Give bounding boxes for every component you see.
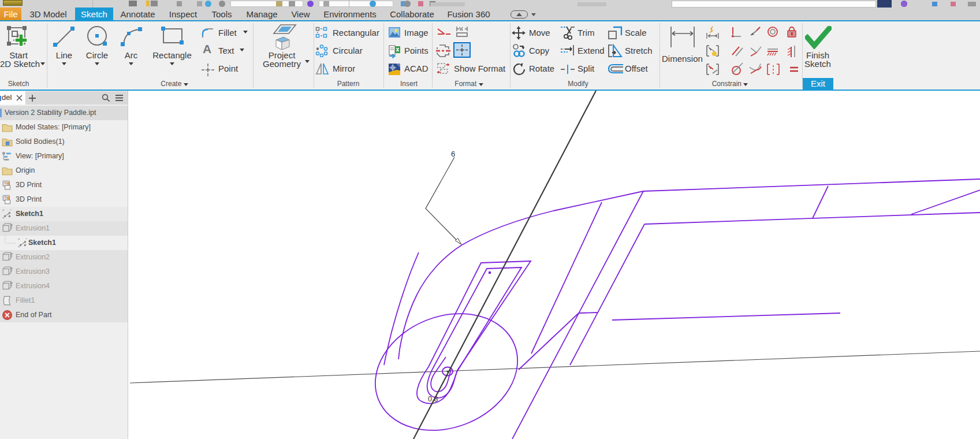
svg-text:0.8: 0.8 (428, 395, 438, 403)
svg-text:6: 6 (451, 150, 455, 158)
